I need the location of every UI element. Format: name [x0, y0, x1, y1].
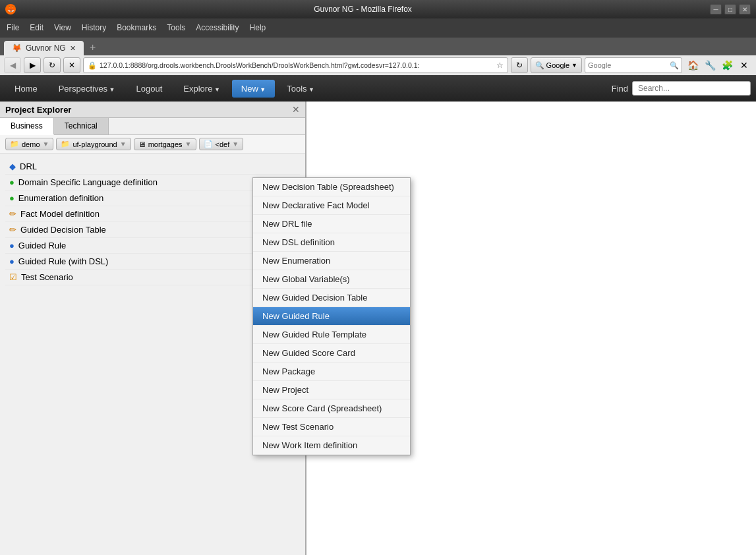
breadcrumb-arrow2: ▼ — [120, 140, 127, 148]
menu-bookmarks[interactable]: Bookmarks — [117, 23, 156, 32]
guided-rule-dsl-icon: ● — [9, 256, 15, 266]
folder-icon2: 📁 — [61, 140, 70, 148]
menu-item-new-guided-decision-table[interactable]: New Guided Decision Table — [253, 289, 410, 307]
folder-icon3: 🖥 — [138, 140, 146, 148]
breadcrumb-arrow4: ▼ — [232, 140, 239, 148]
options-icon[interactable]: 🔧 — [702, 57, 718, 73]
browser-chrome: File Edit View History Bookmarks Tools A… — [0, 18, 756, 38]
browser-toolbar: ◀ ▶ ↻ ✕ 🔒 127.0.0.1:8888/org.drools.work… — [0, 55, 756, 75]
breadcrumb-def[interactable]: 📄 <def ▼ — [199, 138, 244, 150]
menu-item-new-project[interactable]: New Project — [253, 381, 410, 399]
new-tab-button[interactable]: + — [85, 40, 101, 55]
menu-item-new-enumeration[interactable]: New Enumeration — [253, 252, 410, 270]
addon-icon[interactable]: 🧩 — [719, 57, 735, 73]
menu-item-new-test-scenario[interactable]: New Test Scenario — [253, 418, 410, 436]
reload-button[interactable]: ↻ — [44, 57, 61, 73]
menu-item-new-declarative-fact-model[interactable]: New Declarative Fact Model — [253, 196, 410, 215]
location-bar[interactable]: 🔒 127.0.0.1:8888/org.drools.workbench.Dr… — [83, 57, 508, 73]
search-engine-select[interactable]: 🔍 Google ▼ — [531, 57, 582, 73]
folder-icon4: 📄 — [204, 140, 213, 148]
search-engine-arrow: ▼ — [571, 62, 577, 69]
home-icon[interactable]: 🏠 — [685, 57, 701, 73]
app-navbar: Home Perspectives Logout Explore New Too… — [0, 75, 756, 102]
tab-technical[interactable]: Technical — [54, 118, 109, 134]
nav-logout[interactable]: Logout — [127, 80, 172, 98]
guided-dt-icon: ✏ — [9, 225, 16, 235]
nav-explore[interactable]: Explore — [174, 80, 229, 98]
drl-icon: ◆ — [9, 161, 16, 171]
menu-view[interactable]: View — [54, 23, 71, 32]
tree-item-label: Domain Specific Language definition — [18, 177, 158, 187]
fact-model-icon: ✏ — [9, 209, 16, 219]
menu-item-new-guided-rule[interactable]: New Guided Rule — [253, 307, 410, 326]
panel-title: Project Explorer — [5, 105, 71, 115]
tree-item-drl[interactable]: ◆ DRL — [5, 159, 300, 175]
nav-new[interactable]: New — [232, 80, 275, 98]
menu-edit[interactable]: Edit — [30, 23, 44, 32]
forward-button[interactable]: ▶ — [24, 57, 41, 73]
toolbar-icons: 🏠 🔧 🧩 ✕ — [685, 57, 752, 73]
restore-button[interactable]: □ — [724, 4, 736, 15]
close-icon[interactable]: ✕ — [736, 57, 752, 73]
menu-item-new-decision-table-spreadsheet[interactable]: New Decision Table (Spreadsheet) — [253, 178, 410, 196]
nav-perspectives[interactable]: Perspectives — [49, 80, 125, 98]
dsl-icon: ● — [9, 177, 15, 187]
location-star-icon[interactable]: ☆ — [496, 61, 504, 70]
menu-item-new-score-card-spreadsheet[interactable]: New Score Card (Spreadsheet) — [253, 399, 410, 418]
menu-accessibility[interactable]: Accessibility — [196, 23, 239, 32]
window-controls[interactable]: ─ □ ✕ — [710, 4, 751, 15]
back-button[interactable]: ◀ — [4, 57, 21, 73]
tree-item-label: Test Scenario — [21, 272, 73, 282]
close-button[interactable]: ✕ — [739, 4, 751, 15]
tree-item-label: DRL — [20, 161, 37, 171]
menu-item-new-work-item-definition[interactable]: New Work Item definition — [253, 436, 410, 455]
reload-btn2[interactable]: ↻ — [511, 57, 528, 73]
os-titlebar: 🦊 Guvnor NG - Mozilla Firefox ─ □ ✕ — [0, 0, 756, 18]
window-title: Guvnor NG - Mozilla Firefox — [21, 5, 705, 14]
search-engine-name: Google — [546, 61, 569, 69]
firefox-icon: 🦊 — [5, 4, 16, 15]
menu-item-new-package[interactable]: New Package — [253, 363, 410, 381]
menu-history[interactable]: History — [82, 23, 106, 32]
menu-item-new-drl-file[interactable]: New DRL file — [253, 215, 410, 233]
panel-header: Project Explorer ✕ — [0, 102, 305, 118]
location-security-icon: 🔒 — [88, 61, 97, 70]
menu-item-new-global-variables[interactable]: New Global Variable(s) — [253, 270, 410, 289]
app-container: Home Perspectives Logout Explore New Too… — [0, 75, 756, 555]
stop-button[interactable]: ✕ — [63, 57, 80, 73]
breadcrumb-mortgages[interactable]: 🖥 mortgages ▼ — [134, 138, 196, 150]
tree-item-label: Enumeration definition — [18, 193, 103, 203]
panel-tab-bar: Business Technical — [0, 118, 305, 135]
browser-tab-active[interactable]: 🦊 Guvnor NG ✕ — [4, 41, 84, 55]
tab-business[interactable]: Business — [0, 118, 54, 135]
browser-search-bar[interactable]: 🔍 — [585, 57, 682, 73]
menu-item-new-dsl-definition[interactable]: New DSL definition — [253, 233, 410, 252]
search-go-button[interactable]: 🔍 — [670, 61, 679, 70]
menu-file[interactable]: File — [7, 23, 19, 32]
nav-home[interactable]: Home — [5, 80, 47, 98]
tree-item-label: Guided Rule — [18, 241, 66, 250]
panel-close-button[interactable]: ✕ — [292, 104, 300, 115]
menu-item-new-guided-rule-template[interactable]: New Guided Rule Template — [253, 326, 410, 344]
menu-tools[interactable]: Tools — [167, 23, 185, 32]
test-scenario-icon: ☑ — [9, 272, 17, 282]
tab-label: Guvnor NG — [26, 44, 66, 53]
menu-help[interactable]: Help — [250, 23, 266, 32]
tab-close-button[interactable]: ✕ — [70, 44, 76, 53]
nav-find: Find — [612, 81, 751, 96]
menu-item-new-guided-score-card[interactable]: New Guided Score Card — [253, 344, 410, 363]
browser-menu: File Edit View History Bookmarks Tools A… — [4, 21, 752, 35]
nav-search-input[interactable] — [632, 81, 751, 96]
tree-item-label: Guided Rule (with DSL) — [18, 256, 109, 266]
breadcrumb-demo[interactable]: 📁 demo ▼ — [5, 138, 53, 150]
tree-item-label: Fact Model definition — [20, 209, 100, 219]
guided-rule-icon: ● — [9, 241, 15, 250]
breadcrumb-uf-playground[interactable]: 📁 uf-playground ▼ — [56, 138, 131, 150]
browser-search-input[interactable] — [588, 61, 667, 69]
tree-item-label: Guided Decision Table — [20, 225, 106, 235]
nav-tools[interactable]: Tools — [277, 80, 324, 98]
breadcrumb-arrow: ▼ — [43, 140, 49, 148]
minimize-button[interactable]: ─ — [710, 4, 722, 15]
breadcrumb-arrow3: ▼ — [185, 140, 192, 148]
dropdown-menu: New Decision Table (Spreadsheet) New Dec… — [252, 177, 411, 455]
